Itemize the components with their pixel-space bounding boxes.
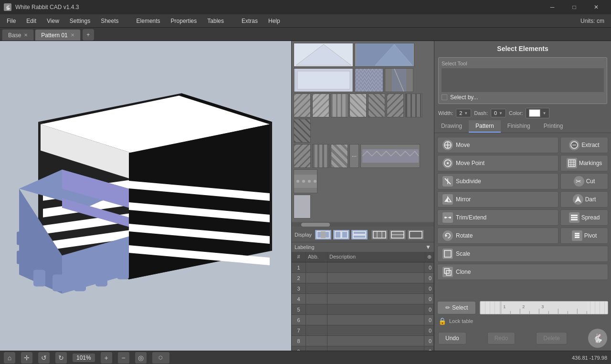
pattern-thumb-13[interactable] xyxy=(294,119,311,143)
pattern-thumb-4[interactable] xyxy=(355,68,383,92)
select-button[interactable]: ✏ Select xyxy=(437,301,476,314)
menu-sheets[interactable]: Sheets xyxy=(96,16,123,26)
status-zoom-out-button[interactable]: − xyxy=(118,352,129,364)
tool-move[interactable]: Move xyxy=(437,137,558,153)
display-btn-3[interactable] xyxy=(351,229,368,240)
width-value[interactable]: 2 ▼ xyxy=(456,109,471,117)
menu-tables[interactable]: Tables xyxy=(202,16,229,26)
tab-base[interactable]: Base ✕ xyxy=(2,29,34,41)
tab-add-button[interactable]: + xyxy=(83,29,94,41)
tool-clone[interactable]: Clone xyxy=(437,264,608,280)
tab-printing[interactable]: Printing xyxy=(537,120,570,133)
status-move-button[interactable]: ✛ xyxy=(21,352,32,364)
display-btn-2[interactable] xyxy=(333,229,350,240)
svg-rect-63 xyxy=(569,160,575,166)
table-row[interactable]: 10 xyxy=(292,262,434,273)
tool-dart[interactable]: Dart xyxy=(560,191,608,208)
menu-properties[interactable]: Properties xyxy=(166,16,202,26)
pattern-thumb-8[interactable] xyxy=(331,94,348,117)
close-button[interactable]: ✕ xyxy=(585,0,607,14)
labeling-expand[interactable]: ▼ xyxy=(425,244,431,250)
display-btn-4[interactable] xyxy=(371,229,388,240)
table-row[interactable]: 20 xyxy=(292,273,434,283)
scrollbar-thumb[interactable] xyxy=(301,223,330,227)
table-row[interactable]: 30 xyxy=(292,283,434,294)
tool-scale[interactable]: Scale xyxy=(437,246,608,262)
tab-pattern01-close[interactable]: ✕ xyxy=(71,32,74,38)
table-row[interactable]: 90 xyxy=(292,346,434,351)
table-row[interactable]: 50 xyxy=(292,304,434,315)
menu-view[interactable]: View xyxy=(42,16,64,26)
pattern-thumb-6[interactable] xyxy=(294,94,311,117)
pattern-thumb-10[interactable] xyxy=(368,94,385,117)
display-btn-6[interactable] xyxy=(407,229,424,240)
tab-drawing[interactable]: Drawing xyxy=(434,120,469,133)
pattern-thumb-7[interactable] xyxy=(312,94,329,117)
status-reset-button[interactable]: ◎ xyxy=(135,352,147,364)
status-rotate-right-button[interactable]: ↻ xyxy=(55,352,67,364)
tool-subdivide[interactable]: Subdivide xyxy=(437,173,558,189)
pattern-thumb-9[interactable] xyxy=(349,94,367,117)
pattern-thumb-5[interactable] xyxy=(385,68,413,92)
svg-rect-85 xyxy=(444,269,449,273)
menu-settings[interactable]: Settings xyxy=(65,16,95,26)
display-btn-1[interactable] xyxy=(315,229,332,240)
horizontal-scrollbar[interactable] xyxy=(292,223,434,227)
tool-extract[interactable]: Extract xyxy=(560,137,608,153)
tool-markings[interactable]: Markings xyxy=(560,155,608,171)
status-home-button[interactable]: ⌂ xyxy=(4,352,15,364)
pattern-thumb-11[interactable] xyxy=(387,94,404,117)
pattern-thumb-saw2[interactable] xyxy=(360,144,420,168)
status-zoom-in-button[interactable]: + xyxy=(101,352,112,364)
tool-mirror[interactable]: Mirror xyxy=(437,191,558,208)
pattern-thumb-plain[interactable] xyxy=(294,195,311,218)
status-rotate-left-button[interactable]: ↺ xyxy=(38,352,50,364)
tool-pivot[interactable]: Pivot xyxy=(560,228,608,244)
pattern-thumb-14[interactable] xyxy=(294,144,311,168)
tab-finishing[interactable]: Finishing xyxy=(501,120,537,133)
pattern-thumb-3[interactable] xyxy=(294,68,353,92)
delete-button[interactable]: Delete xyxy=(536,332,567,344)
menu-elements[interactable]: Elements xyxy=(132,16,165,26)
data-table[interactable]: # Abb. Description ⊕ 10 20 30 40 50 60 7… xyxy=(292,252,434,351)
tab-pattern01[interactable]: Pattern 01 ✕ xyxy=(35,29,80,41)
status-zoom[interactable]: 101% xyxy=(73,354,95,362)
pattern-thumb-dots[interactable]: ··· xyxy=(349,144,359,168)
tab-pattern[interactable]: Pattern xyxy=(469,120,501,133)
pattern-thumb-dots2[interactable] xyxy=(294,169,317,193)
status-extra-button[interactable]: ⬡ xyxy=(152,352,169,364)
undo-button[interactable]: Undo xyxy=(438,332,466,344)
display-btn-5[interactable] xyxy=(389,229,406,240)
menu-extras[interactable]: Extras xyxy=(237,16,263,26)
maximize-button[interactable]: □ xyxy=(563,0,585,14)
menu-edit[interactable]: Edit xyxy=(21,16,41,26)
table-row[interactable]: 70 xyxy=(292,325,434,336)
minimize-button[interactable]: ─ xyxy=(541,0,563,14)
viewport[interactable] xyxy=(0,41,291,351)
tool-trim-extend[interactable]: Trim/Extend xyxy=(437,209,558,226)
redo-button[interactable]: Redo xyxy=(487,332,516,344)
svg-rect-19 xyxy=(33,270,45,287)
labeling-bar: Labeling ▼ xyxy=(292,242,434,252)
pattern-thumb-15[interactable] xyxy=(312,144,329,168)
dash-value[interactable]: 0 ▼ xyxy=(491,109,506,117)
color-value[interactable]: ▼ xyxy=(526,108,549,118)
table-row[interactable]: 80 xyxy=(292,336,434,346)
pattern-thumb-16[interactable] xyxy=(331,144,348,168)
menu-file[interactable]: File xyxy=(2,16,21,26)
tool-spread[interactable]: Spread xyxy=(560,209,608,226)
tool-move-point[interactable]: Move Point xyxy=(437,155,558,171)
table-row[interactable]: 40 xyxy=(292,294,434,304)
tool-rotate[interactable]: Rotate xyxy=(437,228,558,244)
col-header-val: ⊕ xyxy=(425,252,434,262)
pattern-thumb-2[interactable] xyxy=(355,43,414,67)
pattern-thumb-1[interactable] xyxy=(294,43,353,67)
table-row[interactable]: 60 xyxy=(292,315,434,325)
select-by-checkbox[interactable] xyxy=(442,94,447,100)
tab-base-close[interactable]: ✕ xyxy=(24,32,28,38)
tool-cut[interactable]: ✂ Cut xyxy=(560,173,608,189)
col-header-desc: Description xyxy=(327,252,425,262)
display-controls: Display xyxy=(292,228,434,242)
pattern-thumb-12[interactable] xyxy=(405,94,422,117)
menu-help[interactable]: Help xyxy=(263,16,285,26)
